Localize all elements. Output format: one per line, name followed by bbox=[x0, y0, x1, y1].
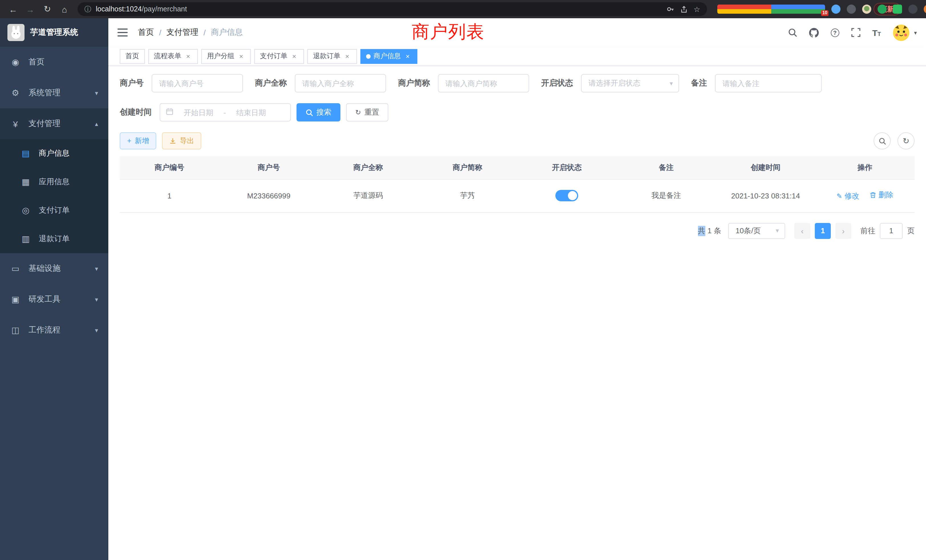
merchant-card-icon: ▤ bbox=[21, 148, 31, 159]
export-button[interactable]: 导出 bbox=[162, 132, 201, 150]
prev-page-button[interactable]: ‹ bbox=[794, 223, 810, 239]
help-icon[interactable]: ? bbox=[831, 28, 839, 37]
github-icon[interactable] bbox=[809, 28, 819, 37]
forward-icon[interactable]: → bbox=[23, 2, 38, 17]
apps-grid-extension-icon[interactable]: 10 bbox=[717, 5, 825, 14]
orange-avatar-extension-icon[interactable] bbox=[924, 5, 926, 14]
avatar-caret-icon[interactable]: ▾ bbox=[914, 29, 917, 36]
dashboard-icon: ◉ bbox=[10, 57, 21, 67]
status-select[interactable]: 请选择开启状态 ▾ bbox=[581, 74, 679, 92]
sidebar-item-refund-orders[interactable]: ▥ 退款订单 bbox=[0, 225, 108, 253]
reset-button[interactable]: ↻ 重置 bbox=[346, 103, 388, 121]
payment-submenu: ▤ 商户信息 ▦ 应用信息 ◎ 支付订单 ▥ 退款订单 bbox=[0, 139, 108, 253]
close-icon[interactable]: × bbox=[290, 52, 298, 60]
close-icon[interactable]: × bbox=[237, 52, 245, 60]
back-icon[interactable]: ← bbox=[6, 2, 21, 17]
edit-pencil-icon: ✎ bbox=[837, 192, 842, 200]
tab-label: 支付订单 bbox=[260, 51, 287, 61]
sidebar-item-dev-tools[interactable]: ▣ 研发工具 ▾ bbox=[0, 284, 108, 315]
reload-icon[interactable]: ↻ bbox=[40, 2, 55, 17]
green-extension-icon[interactable] bbox=[878, 5, 887, 14]
full-name-input[interactable] bbox=[295, 74, 386, 92]
sidebar-item-label: 工作流程 bbox=[29, 325, 61, 335]
logo-avatar bbox=[8, 24, 24, 41]
refresh-table-button[interactable]: ↻ bbox=[897, 132, 915, 150]
toggle-search-button[interactable] bbox=[873, 132, 891, 150]
end-date-input[interactable] bbox=[228, 108, 274, 117]
profile-extension-icon[interactable] bbox=[862, 5, 871, 14]
breadcrumb-separator: / bbox=[159, 28, 161, 37]
site-info-icon[interactable]: ⓘ bbox=[85, 4, 91, 14]
pin-extension-icon[interactable] bbox=[908, 5, 917, 14]
search-button[interactable]: 搜索 bbox=[297, 103, 340, 121]
date-separator: - bbox=[224, 108, 226, 117]
next-page-button[interactable]: › bbox=[835, 223, 851, 239]
app-title: 芋道管理系统 bbox=[30, 27, 78, 38]
sidebar-toggle-icon[interactable] bbox=[118, 29, 128, 36]
chevron-up-icon: ▴ bbox=[95, 120, 98, 127]
sidebar-item-system[interactable]: ⚙ 系统管理 ▾ bbox=[0, 77, 108, 108]
tab-process-form[interactable]: 流程表单× bbox=[148, 49, 198, 64]
bookmark-star-icon[interactable]: ☆ bbox=[694, 5, 700, 14]
add-button[interactable]: + 新增 bbox=[120, 132, 156, 150]
home-icon[interactable]: ⌂ bbox=[57, 2, 72, 17]
user-avatar[interactable] bbox=[893, 24, 909, 41]
merchant-table: 商户编号 商户号 商户全称 商户简称 开启状态 备注 创建时间 操作 1 bbox=[120, 156, 915, 212]
tab-pay-orders[interactable]: 支付订单× bbox=[254, 49, 304, 64]
close-icon[interactable]: × bbox=[184, 52, 192, 60]
navbar-actions: ? TT bbox=[788, 24, 917, 41]
page-size-select[interactable]: 10条/页 ▾ bbox=[728, 223, 785, 239]
delete-button[interactable]: 删除 bbox=[869, 190, 893, 200]
sidebar-item-pay-orders[interactable]: ◎ 支付订单 bbox=[0, 196, 108, 225]
breadcrumb-home[interactable]: 首页 bbox=[138, 27, 154, 38]
sidebar-item-payment[interactable]: ¥ 支付管理 ▴ bbox=[0, 108, 108, 139]
breadcrumb-payment[interactable]: 支付管理 bbox=[166, 27, 198, 38]
tab-merchant-info[interactable]: 商户信息× bbox=[360, 49, 418, 64]
fullscreen-icon[interactable] bbox=[851, 28, 860, 37]
dark-extension-icon[interactable] bbox=[847, 5, 856, 14]
tab-home[interactable]: 首页 bbox=[120, 49, 145, 64]
password-key-icon[interactable] bbox=[667, 5, 675, 13]
share-icon[interactable] bbox=[681, 5, 688, 13]
sidebar-item-label: 研发工具 bbox=[29, 294, 61, 304]
edit-button[interactable]: ✎修改 bbox=[837, 191, 859, 201]
calendar-icon bbox=[166, 108, 173, 117]
tab-user-group[interactable]: 用户分组× bbox=[201, 49, 251, 64]
close-icon[interactable]: × bbox=[343, 52, 351, 60]
url-text: localhost:1024/pay/merchant bbox=[96, 5, 662, 13]
sidebar-item-app-info[interactable]: ▦ 应用信息 bbox=[0, 168, 108, 196]
close-icon[interactable]: × bbox=[404, 52, 412, 60]
sidebar-item-home[interactable]: ◉ 首页 bbox=[0, 47, 108, 77]
yen-icon: ¥ bbox=[10, 119, 21, 129]
sidebar-item-infrastructure[interactable]: ▭ 基础设施 ▾ bbox=[0, 253, 108, 284]
tab-refund-orders[interactable]: 退款订单× bbox=[307, 49, 357, 64]
breadcrumb-current: 商户信息 bbox=[211, 27, 243, 38]
remark-input[interactable] bbox=[715, 74, 822, 92]
goto-page-input[interactable] bbox=[880, 223, 903, 239]
column-header: 开启状态 bbox=[517, 156, 617, 179]
sidebar-item-label: 退款订单 bbox=[39, 234, 70, 244]
search-icon[interactable] bbox=[788, 28, 797, 37]
refresh-icon: ↻ bbox=[903, 136, 909, 145]
filter-row-2: 创建时间 - 搜索 bbox=[120, 103, 915, 121]
font-size-icon[interactable]: TT bbox=[872, 28, 881, 37]
column-header: 商户简称 bbox=[418, 156, 517, 179]
create-time-range-picker[interactable]: - bbox=[160, 103, 291, 121]
breadcrumb: 首页 / 支付管理 / 商户信息 bbox=[138, 27, 243, 38]
merchant-no-input[interactable] bbox=[152, 74, 243, 92]
url-path: /pay/merchant bbox=[142, 5, 187, 13]
short-name-input[interactable] bbox=[438, 74, 529, 92]
start-date-input[interactable] bbox=[176, 108, 221, 117]
app-logo[interactable]: 芋道管理系统 bbox=[0, 18, 108, 47]
notes-extension-icon[interactable] bbox=[893, 5, 902, 14]
status-toggle[interactable] bbox=[555, 190, 578, 201]
address-bar[interactable]: ⓘ localhost:1024/pay/merchant ☆ bbox=[77, 2, 707, 16]
page-unit-label: 页 bbox=[907, 226, 915, 236]
blue-extension-icon[interactable] bbox=[831, 5, 840, 14]
sidebar-item-workflow[interactable]: ◫ 工作流程 ▾ bbox=[0, 315, 108, 345]
sidebar-item-merchant-info[interactable]: ▤ 商户信息 bbox=[0, 139, 108, 168]
chevron-down-icon: ▾ bbox=[95, 265, 98, 272]
delete-label: 删除 bbox=[878, 190, 893, 200]
remark-label: 备注 bbox=[691, 78, 707, 88]
page-1-button[interactable]: 1 bbox=[815, 223, 831, 239]
